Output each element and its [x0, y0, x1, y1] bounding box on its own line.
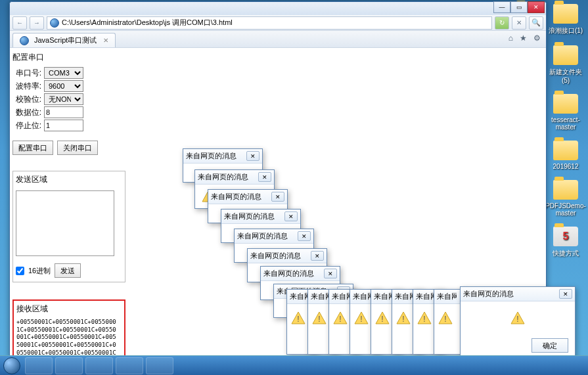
config-port-button[interactable]: 配置串口 [12, 141, 53, 155]
tab-close-icon[interactable]: ✕ [103, 37, 108, 44]
dialog-title: 来自网页的消息 [224, 211, 275, 221]
taskbar-item[interactable] [55, 357, 83, 374]
dialog-title: 来自网 [353, 292, 373, 301]
dialog-title: 来自网 [332, 292, 351, 301]
warning-icon: ! [395, 311, 412, 326]
warning-icon: ! [374, 311, 391, 326]
dialog-close-button[interactable]: ✕ [246, 151, 260, 161]
dialog-title: 来自网页的消息 [198, 172, 248, 182]
warning-icon: ! [353, 311, 370, 326]
section-title: 发送区域 [16, 174, 122, 185]
receive-data: +00550001C+00550001C+00550001C+00550001C… [16, 319, 119, 358]
send-section: 发送区域 16进制 发送 [12, 171, 125, 282]
start-button[interactable] [0, 356, 24, 376]
hex-label: 16进制 [28, 266, 51, 276]
favorites-icon[interactable]: ★ [520, 33, 527, 43]
stop-button[interactable]: ✕ [512, 16, 526, 30]
forward-button[interactable]: → [30, 16, 44, 30]
search-button[interactable]: 🔍 [529, 16, 543, 30]
dialog-title: 来自网 [395, 292, 415, 301]
svg-text:!: ! [297, 315, 299, 324]
dialog-close-button[interactable]: ✕ [311, 251, 324, 261]
dialog-close-button[interactable]: ✕ [258, 172, 271, 182]
warning-icon: ! [416, 311, 433, 326]
baud-label: 波特率: [12, 81, 41, 92]
back-button[interactable]: ← [12, 16, 27, 30]
taskbar-item[interactable] [85, 357, 113, 374]
address-field[interactable]: C:\Users\Administrator\Desktop\js 调用COM口… [47, 16, 492, 30]
svg-text:!: ! [444, 315, 446, 324]
alert-dialog: 来自网页的消息✕ ! 确定 [460, 286, 576, 359]
hex-checkbox[interactable] [16, 267, 24, 275]
dialog-title: 来自网页的消息 [263, 269, 314, 278]
dialog-title: 来自网 [437, 292, 457, 301]
maximize-button[interactable]: ▭ [510, 1, 528, 13]
send-textarea[interactable] [16, 190, 114, 256]
svg-text:!: ! [423, 315, 425, 324]
desktop-icon[interactable]: tesseract-master [546, 94, 585, 131]
dialog-title: 来自网 [374, 292, 394, 301]
dialog-title: 来自网 [416, 292, 436, 301]
dialog-title: 来自网页的消息 [186, 151, 237, 161]
address-text: C:\Users\Administrator\Desktop\js 调用COM口… [62, 18, 233, 28]
dialog-title: 来自网 [290, 292, 309, 301]
window-titlebar[interactable]: — ▭ ✕ [10, 2, 546, 15]
svg-text:!: ! [516, 315, 518, 324]
home-icon[interactable]: ⌂ [509, 33, 513, 43]
browser-tab[interactable]: JavaScript串口测试 ✕ [12, 33, 116, 47]
stopbits-input[interactable] [44, 120, 83, 131]
dialog-close-button[interactable]: ✕ [559, 289, 572, 299]
dialog-title: 来自网 [311, 292, 330, 301]
dialog-close-button[interactable]: ✕ [324, 269, 337, 278]
tools-icon[interactable]: ⚙ [533, 33, 541, 43]
tab-bar: JavaScript串口测试 ✕ ⌂ ★ ⚙ [10, 31, 546, 48]
port-select[interactable]: COM3 [44, 67, 83, 79]
receive-section: 接收区域 +00550001C+00550001C+00550001C+0055… [12, 299, 125, 358]
desktop-icon[interactable]: 浪潮接口(1) [546, 4, 585, 35]
taskbar-item[interactable] [25, 357, 53, 374]
warning-icon: ! [311, 311, 328, 326]
tab-label: JavaScript串口测试 [34, 35, 97, 45]
close-button[interactable]: ✕ [528, 1, 545, 13]
ok-button[interactable]: 确定 [531, 338, 568, 353]
ie-icon [50, 18, 59, 28]
warning-icon: ! [332, 311, 349, 326]
desktop-icon[interactable]: PDFJSDemo-master [546, 180, 585, 217]
desktop-icon[interactable]: 新建文件夹(5) [546, 45, 585, 84]
dialog-close-button[interactable]: ✕ [284, 211, 298, 221]
taskbar [0, 355, 588, 375]
parity-select[interactable]: 无NONE [44, 93, 83, 105]
dialog-title: 来自网页的消息 [237, 231, 288, 241]
dialog-close-button[interactable]: ✕ [298, 231, 311, 241]
baud-select[interactable]: 9600 [44, 80, 83, 92]
desktop-icon[interactable]: 2019612 [546, 141, 585, 170]
section-title: 配置串口 [12, 52, 125, 63]
refresh-button[interactable]: ↻ [495, 16, 509, 30]
ie-icon [20, 36, 29, 45]
svg-text:!: ! [339, 315, 341, 324]
svg-text:!: ! [381, 315, 383, 324]
close-port-button[interactable]: 关闭串口 [57, 141, 98, 155]
dialog-title: 来自网页的消息 [250, 251, 301, 261]
port-label: 串口号: [12, 68, 41, 79]
svg-text:!: ! [360, 315, 362, 324]
parity-label: 校验位: [12, 94, 41, 105]
config-section: 配置串口 串口号:COM3 波特率:9600 校验位:无NONE 数据位: 停止… [12, 52, 125, 155]
desktop-icon[interactable]: 快捷方式 [546, 227, 585, 258]
databits-label: 数据位: [12, 107, 41, 118]
dialog-title: 来自网页的消息 [211, 192, 261, 202]
warning-icon: ! [509, 311, 526, 326]
svg-text:!: ! [318, 315, 320, 324]
svg-text:!: ! [402, 315, 404, 324]
warning-icon: ! [290, 311, 307, 326]
dialog-close-button[interactable]: ✕ [271, 192, 284, 202]
warning-icon: ! [437, 311, 454, 326]
section-title: 接收区域 [16, 303, 122, 315]
dialog-title: 来自网页的消息 [463, 289, 514, 299]
minimize-button[interactable]: — [493, 1, 510, 13]
taskbar-item[interactable] [116, 357, 143, 374]
address-bar: ← → C:\Users\Administrator\Desktop\js 调用… [10, 15, 546, 31]
taskbar-item[interactable] [146, 357, 173, 374]
databits-input[interactable] [44, 106, 83, 118]
send-button[interactable]: 发送 [55, 263, 81, 278]
